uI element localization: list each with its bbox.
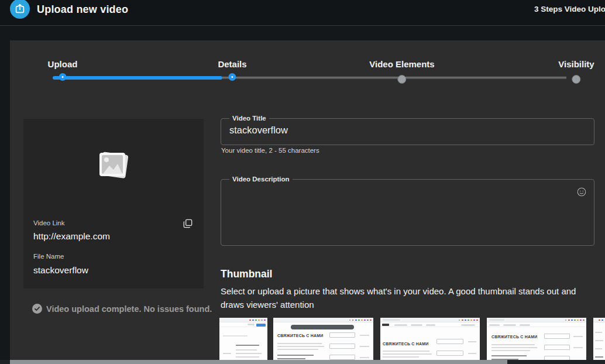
thumbnail-option-4[interactable]: свяжитесь с нами (487, 318, 586, 364)
browser-bar (593, 318, 605, 322)
file-name-value: stackoverflow (33, 265, 88, 276)
horizontal-scrollbar-thumb[interactable] (10, 360, 507, 364)
horizontal-scrollbar-track[interactable] (0, 360, 605, 364)
frame-heading: свяжитесь с нами (491, 335, 537, 339)
step-label: Visibility (558, 59, 594, 69)
thumbnail-option-5[interactable] (593, 318, 605, 364)
stepper-progress-line (53, 76, 222, 80)
thumbnail-option-2[interactable]: свяжитесь с нами (273, 318, 373, 364)
step-dot-inactive[interactable] (572, 75, 580, 84)
upload-status-text: Video upload complete. No issues found. (46, 304, 212, 314)
step-label: Upload (48, 59, 78, 69)
steps-counter-text: 3 Steps Video Upload (534, 5, 605, 13)
thumbnail-section-heading: Thumbnail (221, 268, 272, 280)
video-title-input[interactable] (228, 122, 587, 136)
frame-heading: свяжитесь с нами (383, 342, 428, 346)
step-video-elements[interactable]: Video Elements (369, 59, 434, 84)
upload-new-video-screen: Upload new video 3 Steps Video Upload Up… (0, 0, 605, 364)
step-details[interactable]: Details (218, 59, 246, 81)
cookie-banner (291, 325, 354, 329)
browser-bar (487, 318, 586, 322)
frame-heading: свяжитесь с нами (277, 334, 323, 338)
image-placeholder-icon (97, 149, 130, 183)
copy-icon (182, 218, 194, 229)
video-info-card: Video Link http://example.com File Name … (23, 119, 204, 289)
video-link-label: Video Link (33, 219, 65, 226)
step-visibility[interactable]: Visibility (558, 59, 594, 84)
emoji-picker-button[interactable] (575, 186, 588, 199)
site-navbar (487, 322, 586, 327)
top-bar: Upload new video 3 Steps Video Upload (0, 0, 605, 25)
emoji-icon (576, 187, 587, 197)
upload-status: Video upload complete. No issues found. (32, 304, 212, 314)
page-toolbar (219, 322, 267, 327)
video-link-value: http://example.com (33, 231, 110, 242)
browser-bar (273, 318, 373, 322)
site-navbar (380, 322, 480, 327)
video-title-helper: Your video title, 2 - 55 characters (221, 147, 319, 154)
step-label: Details (218, 59, 246, 69)
header-divider (0, 25, 605, 26)
file-name-label: File Name (33, 253, 64, 260)
step-dot-inactive[interactable] (398, 75, 407, 84)
step-dot-active[interactable] (228, 73, 236, 81)
copy-link-button[interactable] (180, 216, 195, 231)
browser-bar (380, 318, 480, 322)
step-label: Video Elements (369, 59, 434, 69)
step-dot-active[interactable] (59, 73, 67, 81)
thumbnail-option-1[interactable] (219, 318, 267, 364)
check-circle-icon (32, 304, 42, 314)
thumbnail-option-3[interactable]: свяжитесь с нами (380, 318, 480, 364)
upload-logo-icon (10, 0, 30, 19)
video-description-textarea[interactable] (228, 183, 568, 234)
video-description-field: Video Description (221, 176, 594, 246)
video-description-label: Video Description (229, 176, 293, 183)
page-title: Upload new video (37, 4, 128, 16)
step-upload[interactable]: Upload (48, 59, 78, 81)
video-title-label: Video Title (229, 115, 269, 122)
thumbnail-section-description: Select or upload a picture that shows wh… (221, 284, 600, 311)
browser-bar (219, 318, 267, 322)
video-title-field: Video Title (221, 115, 594, 145)
